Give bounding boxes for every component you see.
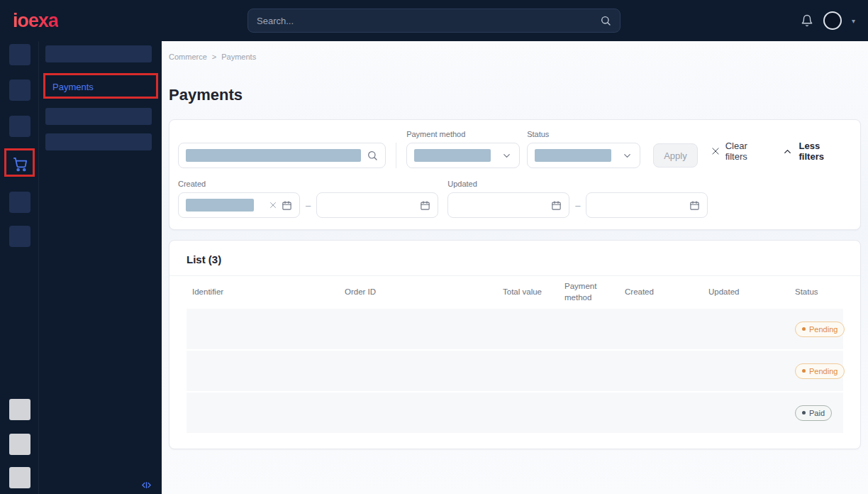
sidebar-collapse-toggle[interactable]: [141, 480, 152, 490]
page-title: Payments: [169, 86, 861, 104]
updated-from-date-input[interactable]: [447, 192, 569, 218]
sidebar-item-payments[interactable]: Payments: [45, 76, 152, 97]
status-dot-icon: [802, 327, 806, 331]
column-header-order-id: Order ID: [345, 287, 503, 298]
subnav-item-redacted[interactable]: [45, 133, 152, 150]
notifications-bell-icon[interactable]: [801, 14, 813, 27]
sidebar-nav-item-redacted[interactable]: [9, 226, 30, 247]
close-icon: [711, 146, 720, 156]
status-badge: Pending: [795, 322, 845, 337]
date-range-dash: –: [575, 200, 580, 211]
payment-method-label: Payment method: [406, 130, 520, 138]
list-count-heading: List (3): [169, 241, 860, 276]
redacted-select-value: [535, 149, 611, 162]
column-header-updated: Updated: [708, 287, 795, 298]
user-avatar[interactable]: [823, 11, 842, 30]
table-row[interactable]: Pending: [187, 351, 843, 391]
subnav-item-redacted[interactable]: [45, 108, 152, 125]
sidebar-bottom-item-redacted[interactable]: [9, 467, 30, 488]
breadcrumb-separator: >: [212, 53, 216, 61]
apply-button[interactable]: Apply: [653, 143, 698, 168]
calendar-icon: [551, 200, 562, 211]
date-range-dash: –: [306, 200, 311, 211]
main-content: Commerce > Payments Payments Payment m: [162, 41, 868, 494]
created-from-date-input[interactable]: [178, 192, 300, 218]
column-header-identifier: Identifier: [192, 287, 345, 298]
column-header-created: Created: [625, 287, 708, 298]
breadcrumb-commerce[interactable]: Commerce: [169, 53, 207, 61]
status-badge: Pending: [795, 363, 845, 379]
column-header-payment-method: Payment method: [564, 281, 625, 303]
redacted-select-value: [414, 149, 491, 162]
calendar-icon: [689, 200, 700, 211]
collapse-sidebar-icon: [141, 480, 152, 490]
subnav-item-redacted[interactable]: [45, 45, 152, 62]
filters-panel: Payment method Status: [169, 119, 861, 230]
topbar: ioexa ▾: [0, 0, 868, 41]
chevron-down-icon: [501, 150, 512, 161]
chevron-down-icon: [622, 150, 633, 161]
shopping-cart-icon: [12, 156, 28, 172]
clear-filters-button[interactable]: Clear filters: [711, 141, 769, 162]
breadcrumb: Commerce > Payments: [169, 53, 861, 61]
payments-table: Identifier Order ID Total value Payment …: [169, 276, 860, 433]
search-icon: [600, 15, 611, 26]
clear-filters-label: Clear filters: [725, 141, 769, 162]
clear-date-icon[interactable]: [269, 201, 277, 209]
sidebar-bottom-item-redacted[interactable]: [9, 399, 30, 420]
status-badge: Paid: [795, 405, 832, 421]
search-icon: [367, 150, 378, 161]
sidebar-nav-item-redacted[interactable]: [9, 116, 30, 137]
chevron-up-icon: [782, 146, 793, 157]
icon-sidebar: [0, 41, 39, 494]
secondary-sidebar: Payments: [39, 41, 162, 494]
table-row[interactable]: Paid: [187, 393, 843, 433]
status-dot-icon: [802, 411, 806, 415]
redacted-date-value: [186, 199, 254, 212]
updated-to-date-input[interactable]: [586, 192, 708, 218]
user-menu-caret-icon[interactable]: ▾: [852, 17, 855, 25]
calendar-icon: [420, 200, 430, 211]
status-dot-icon: [802, 369, 806, 373]
status-select[interactable]: [527, 143, 640, 168]
global-search[interactable]: [247, 9, 621, 33]
table-header-row: Identifier Order ID Total value Payment …: [187, 276, 843, 309]
less-filters-button[interactable]: Less filters: [782, 141, 845, 162]
column-header-total-value: Total value: [503, 287, 564, 298]
payment-method-select[interactable]: [406, 143, 520, 168]
created-label: Created: [178, 180, 438, 188]
sidebar-nav-item-redacted[interactable]: [9, 44, 30, 65]
redacted-search-value: [186, 149, 361, 162]
search-input[interactable]: [257, 16, 600, 26]
less-filters-label: Less filters: [799, 141, 845, 162]
sidebar-bottom-item-redacted[interactable]: [9, 434, 30, 455]
sidebar-nav-item-redacted[interactable]: [9, 79, 30, 101]
app-logo: ioexa: [13, 10, 58, 32]
filter-search-input[interactable]: [178, 143, 386, 168]
payments-list-panel: List (3) Identifier Order ID Total value…: [169, 240, 861, 449]
app-window: ioexa ▾: [0, 0, 868, 494]
status-label: Status: [527, 130, 640, 138]
breadcrumb-payments[interactable]: Payments: [221, 53, 256, 61]
sidebar-item-payments-label: Payments: [52, 82, 94, 92]
created-to-date-input[interactable]: [316, 192, 438, 218]
commerce-cart-nav-button[interactable]: [9, 153, 30, 175]
updated-label: Updated: [447, 180, 708, 188]
vertical-divider: [396, 143, 396, 168]
sidebar-nav-item-redacted[interactable]: [9, 192, 30, 213]
table-row[interactable]: Pending: [187, 309, 843, 349]
column-header-status: Status: [795, 287, 843, 298]
calendar-icon: [282, 200, 292, 211]
